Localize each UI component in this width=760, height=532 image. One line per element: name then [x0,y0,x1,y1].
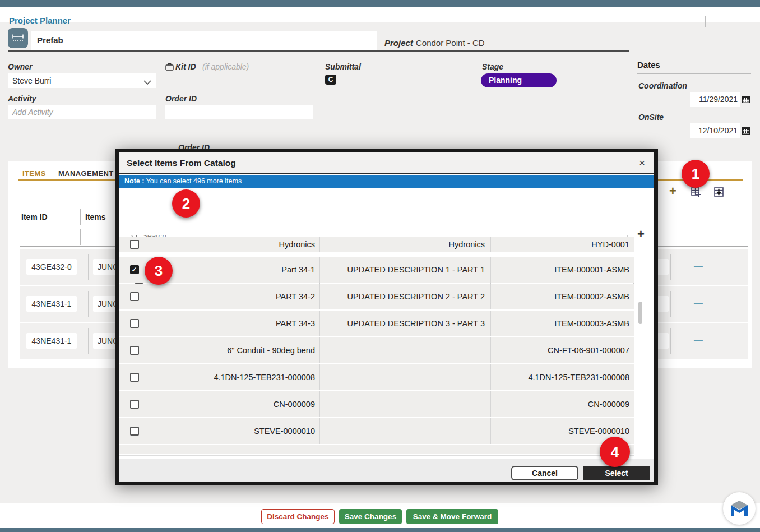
activity-label: Activity [8,94,36,103]
catalog-row[interactable]: PART 34-3UPDATED DESCRIPTION 3 - PART 3I… [119,311,634,336]
select-button[interactable]: Select [583,466,650,480]
chevron-down-icon [143,77,151,87]
coordination-label: Coordination [638,81,687,90]
import-items-icon[interactable] [714,187,724,200]
cell-item-name: Part 34-1 [150,257,319,283]
stage-label: Stage [482,62,503,71]
page-title: Project Planner [9,16,71,25]
order-id-label: Order ID [165,94,197,103]
cell-catalog-id: ITEM-000002-ASMB [490,284,634,309]
bottom-strip [0,528,760,532]
column-divider [80,229,81,245]
catalog-rows: HydronicsHydronicsHYD-0001✓Part 34-1UPDA… [119,237,634,445]
note-text: You can select 496 more items [144,177,242,185]
add-catalog-item-button[interactable]: + [637,227,645,242]
catalog-row[interactable]: 4.1DN-125-TEB231-0000084.1DN-125-TEB231-… [119,364,634,390]
dates-divider [632,59,632,141]
catalog-row[interactable]: HydronicsHydronicsHYD-0001 [119,237,634,252]
cell-item-name: PART 34-3 [150,311,319,336]
appbar-divider [705,16,706,27]
scrollbar-thumb[interactable] [638,302,642,324]
cell-description [319,418,490,444]
submittal-icon[interactable]: C [325,75,336,85]
project-value: Condor Point - CD [416,38,485,48]
tab-management[interactable]: MANAGEMENT [58,169,114,178]
discard-changes-button[interactable]: Discard Changes [261,509,335,524]
close-icon[interactable]: × [639,157,645,169]
cell-description: UPDATED DESCRIPTION 2 - PART 2 [319,284,490,309]
partial-row [119,445,634,454]
note-prefix: Note : [124,177,144,185]
top-strip [0,0,760,7]
save-move-forward-button[interactable]: Save & Move Forward [406,509,498,524]
owner-label: Owner [8,62,33,71]
cell-item-name: STEVE-0000010 [150,418,319,444]
cell-catalog-id: CN-FT-06-901-000007 [490,337,634,363]
row-checkbox[interactable] [130,400,139,409]
cell-description: Hydronics [319,237,490,252]
cell-item-name: PART 34-2 [150,284,319,309]
add-item-button[interactable]: + [669,185,676,197]
calendar-icon[interactable] [742,126,750,137]
calendar-icon[interactable] [742,95,750,106]
dates-underline [637,73,751,74]
row-link-dash[interactable]: — [694,262,703,272]
item-id-cell: 43NE431-1 [26,333,77,349]
header-divider [8,50,629,52]
row-checkbox[interactable] [130,240,139,249]
onsite-label: OnSite [638,113,664,122]
cell-item-name: Hydronics [150,237,319,252]
cell-item-name: 6" Conduit - 90deg bend [150,337,319,363]
submittal-label: Submittal [325,62,361,71]
callout-4: 4 [600,437,630,467]
item-id-cell: 43GE432-0 [26,259,77,275]
catalog-table-header: Item Name Description Catalog ID [119,212,634,235]
kit-id-hint: (if applicable) [202,62,249,71]
catalog-row[interactable]: CN-000009CN-000009 [119,391,634,417]
column-header-items: Items [85,212,106,221]
catalog-row[interactable]: STEVE-0000010STEVE-0000010 [119,418,634,444]
row-link-dash[interactable]: — [694,299,703,309]
modal-titlebar: Select Items From Catalog × [119,152,654,174]
row-checkbox[interactable] [130,427,139,436]
kit-id-label: Kit ID [175,62,196,71]
catalog-row[interactable]: PART 34-2UPDATED DESCRIPTION 2 - PART 2I… [119,284,634,309]
msuite-logo[interactable] [723,492,756,525]
callout-3: 3 [145,257,173,285]
app-bar: Project Planner [0,7,760,22]
prefab-name-input[interactable]: Prefab [31,31,377,50]
add-from-catalog-icon[interactable] [691,187,701,200]
order-id-input[interactable] [165,105,313,119]
project-planner-page: Project Planner Prefab Project Condor Po… [0,0,760,532]
save-changes-button[interactable]: Save Changes [339,509,402,524]
cell-catalog-id: 4.1DN-125-TEB231-000008 [490,364,634,390]
cell-catalog-id: ITEM-000003-ASMB [490,311,634,336]
catalog-row[interactable]: 6" Conduit - 90deg bendCN-FT-06-901-0000… [119,337,634,363]
row-checkbox[interactable] [130,319,139,328]
row-checkbox[interactable] [130,292,139,301]
cancel-button[interactable]: Cancel [511,466,578,480]
cell-description: UPDATED DESCRIPTION 1 - PART 1 [319,257,490,283]
column-divider [80,209,81,225]
note-banner: Note : You can select 496 more items [119,175,654,188]
item-id-cell: 43NE431-1 [26,296,77,312]
row-checkbox[interactable] [130,373,139,382]
callout-2: 2 [172,189,200,218]
row-checkbox[interactable] [130,346,139,355]
briefcase-icon [165,63,174,73]
onsite-date-input[interactable]: 12/10/2021 [690,123,740,138]
tab-items[interactable]: ITEMS [22,169,46,178]
activity-input[interactable]: Add Activity [8,105,156,119]
row-checkbox[interactable]: ✓ [130,265,139,274]
cell-description [319,391,490,417]
modal-title: Select Items From Catalog [127,158,236,168]
catalog-row[interactable]: ✓Part 34-1UPDATED DESCRIPTION 1 - PART 1… [119,257,634,283]
ruler-icon [11,31,25,45]
cell-description: UPDATED DESCRIPTION 3 - PART 3 [319,311,490,336]
cell-catalog-id: CN-000009 [490,391,634,417]
owner-select[interactable]: Steve Burri [8,73,156,88]
coordination-date-input[interactable]: 11/29/2021 [690,92,740,107]
column-header-item-id: Item ID [21,212,48,221]
row-link-dash[interactable]: — [694,336,703,346]
dates-title: Dates [637,60,660,70]
